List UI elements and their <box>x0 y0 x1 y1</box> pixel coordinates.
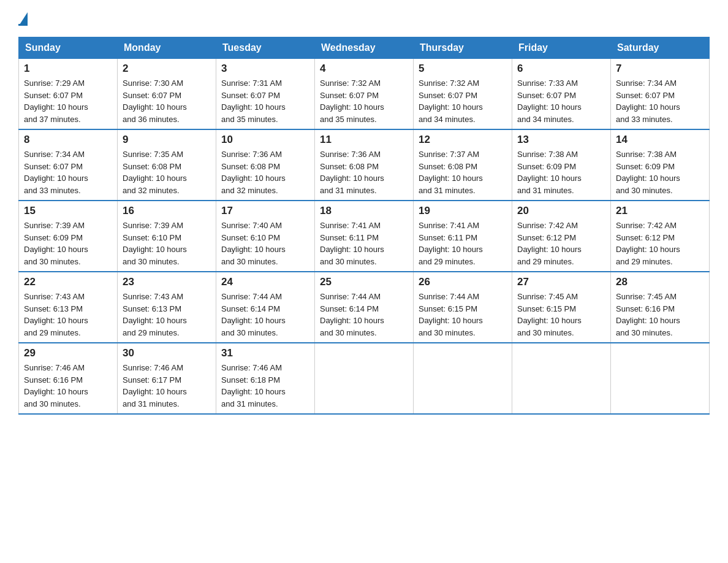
day-number: 20 <box>517 205 605 217</box>
calendar-cell: 29 Sunrise: 7:46 AMSunset: 6:16 PMDaylig… <box>19 343 118 414</box>
day-info: Sunrise: 7:41 AMSunset: 6:11 PMDaylight:… <box>320 220 408 267</box>
day-number: 24 <box>221 276 309 288</box>
calendar-cell <box>611 343 710 414</box>
day-info: Sunrise: 7:30 AMSunset: 6:07 PMDaylight:… <box>123 77 211 125</box>
day-info: Sunrise: 7:39 AMSunset: 6:09 PMDaylight:… <box>24 220 112 267</box>
calendar-cell: 24 Sunrise: 7:44 AMSunset: 6:14 PMDaylig… <box>216 272 315 343</box>
day-info: Sunrise: 7:33 AMSunset: 6:07 PMDaylight:… <box>517 77 605 125</box>
calendar-cell: 13 Sunrise: 7:38 AMSunset: 6:09 PMDaylig… <box>512 129 611 201</box>
calendar-week-row: 22 Sunrise: 7:43 AMSunset: 6:13 PMDaylig… <box>19 272 710 343</box>
day-number: 17 <box>221 205 309 217</box>
day-number: 12 <box>419 134 507 146</box>
day-number: 30 <box>123 347 211 359</box>
page-header <box>18 12 710 26</box>
calendar-header-row: SundayMondayTuesdayWednesdayThursdayFrid… <box>19 37 710 59</box>
day-number: 5 <box>419 63 507 75</box>
day-number: 25 <box>320 276 408 288</box>
calendar-cell: 12 Sunrise: 7:37 AMSunset: 6:08 PMDaylig… <box>414 129 512 201</box>
day-info: Sunrise: 7:43 AMSunset: 6:13 PMDaylight:… <box>123 291 211 339</box>
day-number: 13 <box>517 134 605 146</box>
day-info: Sunrise: 7:38 AMSunset: 6:09 PMDaylight:… <box>616 148 704 196</box>
day-number: 29 <box>24 347 112 359</box>
logo-underline <box>18 24 28 26</box>
calendar-cell: 22 Sunrise: 7:43 AMSunset: 6:13 PMDaylig… <box>19 272 118 343</box>
day-number: 11 <box>320 134 408 146</box>
calendar-week-row: 15 Sunrise: 7:39 AMSunset: 6:09 PMDaylig… <box>19 201 710 272</box>
calendar-cell: 30 Sunrise: 7:46 AMSunset: 6:17 PMDaylig… <box>118 343 216 414</box>
calendar-cell: 6 Sunrise: 7:33 AMSunset: 6:07 PMDayligh… <box>512 59 611 130</box>
calendar-cell: 26 Sunrise: 7:44 AMSunset: 6:15 PMDaylig… <box>414 272 512 343</box>
day-info: Sunrise: 7:39 AMSunset: 6:10 PMDaylight:… <box>123 220 211 267</box>
day-number: 21 <box>616 205 704 217</box>
day-number: 16 <box>123 205 211 217</box>
calendar-cell <box>315 343 414 414</box>
day-info: Sunrise: 7:34 AMSunset: 6:07 PMDaylight:… <box>24 148 112 196</box>
day-number: 22 <box>24 276 112 288</box>
calendar-cell: 20 Sunrise: 7:42 AMSunset: 6:12 PMDaylig… <box>512 201 611 272</box>
day-number: 26 <box>419 276 507 288</box>
day-number: 4 <box>320 63 408 75</box>
day-info: Sunrise: 7:32 AMSunset: 6:07 PMDaylight:… <box>419 77 507 125</box>
day-number: 31 <box>221 347 309 359</box>
day-info: Sunrise: 7:38 AMSunset: 6:09 PMDaylight:… <box>517 148 605 196</box>
calendar-cell: 11 Sunrise: 7:36 AMSunset: 6:08 PMDaylig… <box>315 129 414 201</box>
day-info: Sunrise: 7:31 AMSunset: 6:07 PMDaylight:… <box>221 77 309 125</box>
day-info: Sunrise: 7:42 AMSunset: 6:12 PMDaylight:… <box>616 220 704 267</box>
calendar-header-saturday: Saturday <box>611 37 710 59</box>
day-info: Sunrise: 7:36 AMSunset: 6:08 PMDaylight:… <box>221 148 309 196</box>
day-number: 8 <box>24 134 112 146</box>
calendar-cell: 10 Sunrise: 7:36 AMSunset: 6:08 PMDaylig… <box>216 129 315 201</box>
day-info: Sunrise: 7:36 AMSunset: 6:08 PMDaylight:… <box>320 148 408 196</box>
calendar-cell: 16 Sunrise: 7:39 AMSunset: 6:10 PMDaylig… <box>118 201 216 272</box>
calendar-cell: 28 Sunrise: 7:45 AMSunset: 6:16 PMDaylig… <box>611 272 710 343</box>
day-number: 14 <box>616 134 704 146</box>
day-number: 28 <box>616 276 704 288</box>
calendar-cell: 14 Sunrise: 7:38 AMSunset: 6:09 PMDaylig… <box>611 129 710 201</box>
calendar-cell: 15 Sunrise: 7:39 AMSunset: 6:09 PMDaylig… <box>19 201 118 272</box>
calendar-header-monday: Monday <box>118 37 216 59</box>
day-info: Sunrise: 7:42 AMSunset: 6:12 PMDaylight:… <box>517 220 605 267</box>
calendar-cell: 18 Sunrise: 7:41 AMSunset: 6:11 PMDaylig… <box>315 201 414 272</box>
calendar-cell: 27 Sunrise: 7:45 AMSunset: 6:15 PMDaylig… <box>512 272 611 343</box>
day-number: 27 <box>517 276 605 288</box>
day-number: 2 <box>123 63 211 75</box>
day-info: Sunrise: 7:46 AMSunset: 6:16 PMDaylight:… <box>24 362 112 410</box>
day-number: 18 <box>320 205 408 217</box>
day-number: 19 <box>419 205 507 217</box>
day-number: 15 <box>24 205 112 217</box>
calendar-header-sunday: Sunday <box>19 37 118 59</box>
logo-chevron-icon <box>20 12 28 25</box>
day-info: Sunrise: 7:44 AMSunset: 6:15 PMDaylight:… <box>419 291 507 339</box>
day-number: 9 <box>123 134 211 146</box>
calendar-cell: 4 Sunrise: 7:32 AMSunset: 6:07 PMDayligh… <box>315 59 414 130</box>
calendar-cell: 7 Sunrise: 7:34 AMSunset: 6:07 PMDayligh… <box>611 59 710 130</box>
calendar-cell: 23 Sunrise: 7:43 AMSunset: 6:13 PMDaylig… <box>118 272 216 343</box>
calendar-week-row: 29 Sunrise: 7:46 AMSunset: 6:16 PMDaylig… <box>19 343 710 414</box>
day-number: 6 <box>517 63 605 75</box>
calendar-cell: 1 Sunrise: 7:29 AMSunset: 6:07 PMDayligh… <box>19 59 118 130</box>
day-number: 7 <box>616 63 704 75</box>
calendar-cell: 25 Sunrise: 7:44 AMSunset: 6:14 PMDaylig… <box>315 272 414 343</box>
day-info: Sunrise: 7:29 AMSunset: 6:07 PMDaylight:… <box>24 77 112 125</box>
calendar-cell: 31 Sunrise: 7:46 AMSunset: 6:18 PMDaylig… <box>216 343 315 414</box>
day-info: Sunrise: 7:44 AMSunset: 6:14 PMDaylight:… <box>221 291 309 339</box>
day-info: Sunrise: 7:44 AMSunset: 6:14 PMDaylight:… <box>320 291 408 339</box>
day-info: Sunrise: 7:40 AMSunset: 6:10 PMDaylight:… <box>221 220 309 267</box>
calendar-cell: 17 Sunrise: 7:40 AMSunset: 6:10 PMDaylig… <box>216 201 315 272</box>
calendar-table: SundayMondayTuesdayWednesdayThursdayFrid… <box>18 37 710 415</box>
calendar-week-row: 8 Sunrise: 7:34 AMSunset: 6:07 PMDayligh… <box>19 129 710 201</box>
day-info: Sunrise: 7:37 AMSunset: 6:08 PMDaylight:… <box>419 148 507 196</box>
day-info: Sunrise: 7:45 AMSunset: 6:15 PMDaylight:… <box>517 291 605 339</box>
day-info: Sunrise: 7:34 AMSunset: 6:07 PMDaylight:… <box>616 77 704 125</box>
day-info: Sunrise: 7:43 AMSunset: 6:13 PMDaylight:… <box>24 291 112 339</box>
calendar-header-friday: Friday <box>512 37 611 59</box>
calendar-header-wednesday: Wednesday <box>315 37 414 59</box>
calendar-cell: 5 Sunrise: 7:32 AMSunset: 6:07 PMDayligh… <box>414 59 512 130</box>
logo <box>18 12 28 26</box>
day-info: Sunrise: 7:35 AMSunset: 6:08 PMDaylight:… <box>123 148 211 196</box>
calendar-cell: 19 Sunrise: 7:41 AMSunset: 6:11 PMDaylig… <box>414 201 512 272</box>
day-info: Sunrise: 7:45 AMSunset: 6:16 PMDaylight:… <box>616 291 704 339</box>
calendar-cell: 9 Sunrise: 7:35 AMSunset: 6:08 PMDayligh… <box>118 129 216 201</box>
calendar-cell: 3 Sunrise: 7:31 AMSunset: 6:07 PMDayligh… <box>216 59 315 130</box>
day-info: Sunrise: 7:32 AMSunset: 6:07 PMDaylight:… <box>320 77 408 125</box>
